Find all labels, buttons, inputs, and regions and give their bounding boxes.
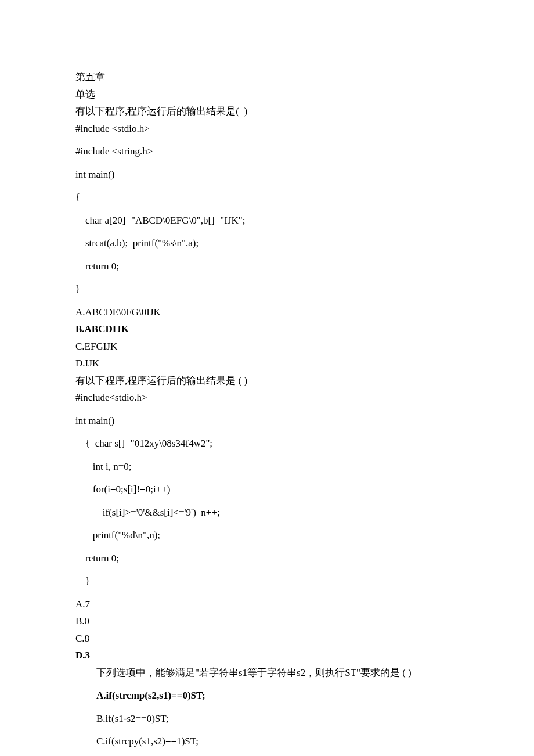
code-line: } (75, 574, 459, 589)
q2-prompt-block: 有以下程序,程序运行后的输出结果是 ( ) (75, 373, 459, 388)
code-line: return 0; (75, 259, 459, 274)
q1-options: A.ABCDE\0FG\0IJK B.ABCDIJK C.EFGIJK D.IJ… (75, 305, 459, 371)
q3-option-b: B.if(s1-s2==0)ST; (75, 711, 459, 726)
code-line: } (75, 282, 459, 297)
code-line: int main() (75, 167, 459, 182)
q1-code-block: #include <stdio.h> #include <string.h> i… (75, 121, 459, 297)
q3-block: 下列选项中，能够满足"若字符串s1等于字符串s2，则执行ST"要求的是 ( ) … (75, 665, 459, 757)
q2-option-a: A.7 (75, 597, 459, 612)
section-label: 单选 (75, 87, 459, 102)
q2-option-d: D.3 (75, 648, 459, 663)
q2-options: A.7 B.0 C.8 D.3 (75, 597, 459, 663)
q2-option-b: B.0 (75, 614, 459, 629)
q3-prompt: 下列选项中，能够满足"若字符串s1等于字符串s2，则执行ST"要求的是 ( ) (75, 665, 459, 681)
code-line: printf("%d\n",n); (75, 528, 459, 543)
q3-option-c: C.if(strcpy(s1,s2)==1)ST; (75, 734, 459, 749)
q1-option-a: A.ABCDE\0FG\0IJK (75, 305, 459, 320)
code-line: char a[20]="ABCD\0EFG\0",b[]="IJK"; (75, 213, 459, 228)
code-line: return 0; (75, 551, 459, 566)
code-line: int main() (75, 413, 459, 429)
q2-code-block: #include<stdio.h> int main() { char s[]=… (75, 390, 459, 589)
code-line: if(s[i]>='0'&&s[i]<='9') n++; (75, 505, 459, 520)
code-line: { char s[]="012xy\08s34f4w2"; (75, 436, 459, 451)
q1-prompt: 有以下程序,程序运行后的输出结果是( ) (75, 104, 459, 119)
document-page: 第五章 单选 有以下程序,程序运行后的输出结果是( ) #include <st… (0, 0, 534, 756)
q1-option-b: B.ABCDIJK (75, 322, 459, 337)
code-line: #include <string.h> (75, 144, 459, 159)
code-line: #include<stdio.h> (75, 390, 459, 405)
q2-prompt: 有以下程序,程序运行后的输出结果是 ( ) (75, 373, 459, 388)
q1-prompt-block: 有以下程序,程序运行后的输出结果是( ) (75, 104, 459, 119)
q1-option-c: C.EFGIJK (75, 339, 459, 354)
code-line: { (75, 190, 459, 205)
q1-option-d: D.IJK (75, 356, 459, 371)
code-line: int i, n=0; (75, 459, 459, 474)
q3-option-a: A.if(strcmp(s2,s1)==0)ST; (75, 688, 459, 703)
q2-option-c: C.8 (75, 631, 459, 646)
code-line: #include <stdio.h> (75, 121, 459, 136)
code-line: for(i=0;s[i]!=0;i++) (75, 482, 459, 497)
chapter-title: 第五章 (75, 70, 459, 85)
code-line: strcat(a,b); printf("%s\n",a); (75, 236, 459, 251)
header-block: 第五章 单选 (75, 70, 459, 102)
